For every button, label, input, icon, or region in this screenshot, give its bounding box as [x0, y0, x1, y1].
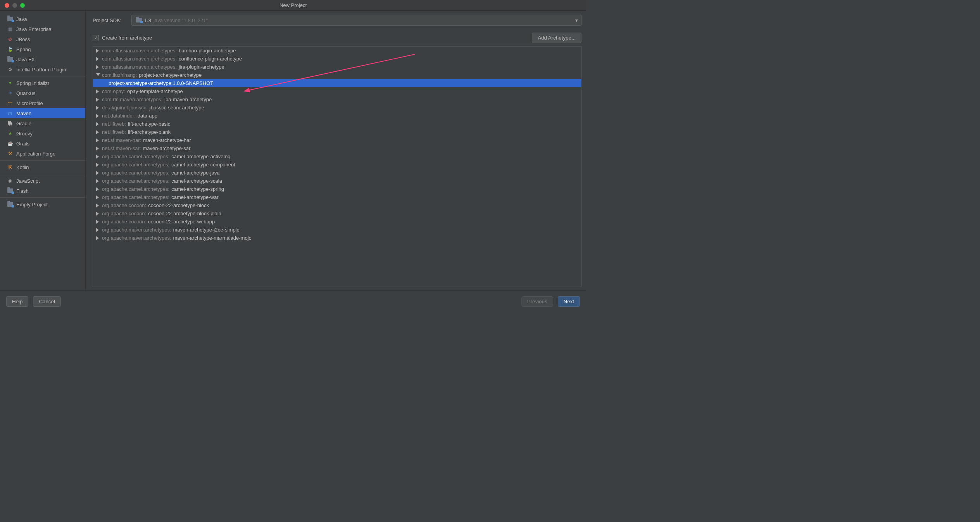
sidebar-item-label: Empty Project	[16, 202, 48, 207]
archetype-row[interactable]: org.apache.cocoon:cocoon-22-archetype-we…	[93, 218, 581, 226]
folder-icon	[7, 201, 13, 207]
anvil-icon: ⚒	[7, 150, 13, 157]
sdk-row: Project SDK: 1.8 java version "1.8.0_221…	[93, 15, 581, 26]
archetype-row[interactable]: org.apache.camel.archetypes:camel-archet…	[93, 185, 581, 193]
sidebar-item-java-enterprise[interactable]: ▦Java Enterprise	[0, 24, 85, 34]
archetype-name: jbosscc-seam-archetype	[150, 105, 204, 111]
chevron-right-icon	[96, 179, 100, 183]
sdk-select[interactable]: 1.8 java version "1.8.0_221" ▾	[131, 15, 581, 26]
maximize-window-icon[interactable]	[20, 3, 25, 8]
js-icon: ◉	[7, 178, 13, 184]
minimize-window-icon[interactable]	[12, 3, 17, 8]
folder-icon	[7, 56, 13, 62]
archetype-row[interactable]: com.atlassian.maven.archetypes:jira-plug…	[93, 63, 581, 71]
next-button[interactable]: Next	[558, 296, 580, 307]
archetype-row[interactable]: net.sf.maven-har:maven-archetype-har	[93, 136, 581, 144]
archetype-row[interactable]: org.apache.camel.archetypes:camel-archet…	[93, 152, 581, 161]
main-panel: Project SDK: 1.8 java version "1.8.0_221…	[86, 11, 586, 290]
sidebar-item-label: Maven	[16, 111, 31, 116]
chevron-right-icon	[96, 138, 100, 142]
sidebar-item-label: IntelliJ Platform Plugin	[16, 67, 66, 73]
plug-icon: ⚙	[7, 66, 13, 73]
archetype-row[interactable]: com.atlassian.maven.archetypes:confluenc…	[93, 55, 581, 63]
archetype-row[interactable]: de.akquinet.jbosscc:jbosscc-seam-archety…	[93, 104, 581, 112]
create-from-archetype-checkbox[interactable]: ✓ Create from archetype	[93, 35, 152, 41]
help-button[interactable]: Help	[6, 296, 28, 307]
archetype-row[interactable]: com.opay:opay-template-archetype	[93, 87, 581, 95]
archetype-row[interactable]: com.rfc.maven.archetypes:jpa-maven-arche…	[93, 95, 581, 104]
sidebar-item-label: Gradle	[16, 121, 31, 126]
chevron-right-icon	[96, 114, 100, 118]
sidebar-item-grails[interactable]: ☕Grails	[0, 138, 85, 149]
sidebar-item-kotlin[interactable]: KKotlin	[0, 162, 85, 172]
sidebar-item-empty-project[interactable]: Empty Project	[0, 199, 85, 209]
archetype-row[interactable]: net.databinder:data-app	[93, 112, 581, 120]
archetype-group: com.liuzhihang:	[102, 72, 137, 78]
sidebar-item-microprofile[interactable]: 〰MicroProfile	[0, 98, 85, 108]
sidebar-item-flash[interactable]: Flash	[0, 186, 85, 196]
sidebar-item-application-forge[interactable]: ⚒Application Forge	[0, 149, 85, 159]
archetype-row[interactable]: org.apache.camel.archetypes:camel-archet…	[93, 193, 581, 201]
sidebar-item-label: MicroProfile	[16, 100, 43, 106]
cancel-button[interactable]: Cancel	[33, 296, 61, 307]
archetype-row[interactable]: org.apache.maven.archetypes:maven-archet…	[93, 226, 581, 234]
close-window-icon[interactable]	[5, 3, 9, 8]
archetype-row[interactable]: org.apache.camel.archetypes:camel-archet…	[93, 161, 581, 169]
archetype-version-row[interactable]: project-archetype-archetype:1.0.0-SNAPSH…	[93, 79, 581, 87]
sidebar-item-javascript[interactable]: ◉JavaScript	[0, 176, 85, 186]
chevron-right-icon	[96, 187, 100, 191]
archetype-group: org.apache.cocoon:	[102, 219, 146, 225]
sidebar-item-jboss[interactable]: ⊘JBoss	[0, 34, 85, 44]
chevron-right-icon	[96, 220, 100, 224]
grid-icon: ▦	[7, 26, 13, 32]
chevron-right-icon	[96, 204, 100, 207]
sidebar-item-java[interactable]: Java	[0, 14, 85, 24]
add-archetype-button[interactable]: Add Archetype...	[532, 33, 581, 43]
elephant-icon: 🐘	[7, 120, 13, 126]
archetype-group: org.apache.maven.archetypes:	[102, 227, 171, 233]
archetype-name: project-archetype-archetype	[139, 72, 202, 78]
chevron-right-icon	[96, 171, 100, 175]
sidebar-item-quarkus[interactable]: ⚛Quarkus	[0, 88, 85, 98]
folder-icon	[7, 188, 13, 194]
archetype-row[interactable]: org.apache.cocoon:cocoon-22-archetype-bl…	[93, 201, 581, 209]
archetype-tree[interactable]: com.atlassian.maven.archetypes:bamboo-pl…	[93, 46, 581, 287]
sidebar-item-label: Kotlin	[16, 164, 29, 170]
archetype-row[interactable]: com.atlassian.maven.archetypes:bamboo-pl…	[93, 47, 581, 55]
archetype-group: org.apache.camel.archetypes:	[102, 194, 169, 200]
archetype-group: com.rfc.maven.archetypes:	[102, 97, 162, 102]
sidebar-item-gradle[interactable]: 🐘Gradle	[0, 118, 85, 128]
archetype-group: org.apache.camel.archetypes:	[102, 154, 169, 159]
previous-button[interactable]: Previous	[521, 296, 553, 307]
archetype-row[interactable]: org.apache.camel.archetypes:camel-archet…	[93, 177, 581, 185]
sidebar-item-intellij-platform-plugin[interactable]: ⚙IntelliJ Platform Plugin	[0, 64, 85, 74]
archetype-group: org.apache.camel.archetypes:	[102, 178, 169, 184]
archetype-group: de.akquinet.jbosscc:	[102, 105, 148, 111]
archetype-group: org.apache.cocoon:	[102, 211, 146, 216]
sidebar-item-groovy[interactable]: ★Groovy	[0, 128, 85, 138]
chevron-right-icon	[96, 236, 100, 240]
archetype-row[interactable]: org.apache.maven.archetypes:maven-archet…	[93, 234, 581, 242]
archetype-group: net.sf.maven-sar:	[102, 145, 141, 151]
archetype-row[interactable]: org.apache.cocoon:cocoon-22-archetype-bl…	[93, 209, 581, 218]
archetype-name: camel-archetype-component	[171, 162, 235, 168]
m-icon: m	[7, 110, 13, 116]
sidebar-item-java-fx[interactable]: Java FX	[0, 54, 85, 64]
archetype-row[interactable]: net.liftweb:lift-archetype-blank	[93, 128, 581, 136]
archetype-row[interactable]: net.liftweb:lift-archetype-basic	[93, 120, 581, 128]
archetype-name: jpa-maven-archetype	[164, 97, 212, 102]
archetype-row[interactable]: org.apache.camel.archetypes:camel-archet…	[93, 169, 581, 177]
archetype-name: lift-archetype-blank	[128, 129, 171, 135]
archetype-row[interactable]: com.liuzhihang:project-archetype-archety…	[93, 71, 581, 79]
sidebar-item-spring[interactable]: 🍃Spring	[0, 44, 85, 54]
sidebar-item-maven[interactable]: mMaven	[0, 108, 85, 118]
archetype-name: camel-archetype-spring	[171, 186, 224, 192]
archetype-name: cocoon-22-archetype-webapp	[148, 219, 215, 225]
waves-icon: 〰	[7, 100, 13, 106]
archetype-name: camel-archetype-scala	[171, 178, 222, 184]
archetype-row[interactable]: net.sf.maven-sar:maven-archetype-sar	[93, 144, 581, 152]
chevron-right-icon	[96, 130, 100, 134]
sidebar-item-spring-initializr[interactable]: ✦Spring Initializr	[0, 78, 85, 88]
archetype-group: net.databinder:	[102, 113, 136, 119]
archetype-group: org.apache.camel.archetypes:	[102, 186, 169, 192]
